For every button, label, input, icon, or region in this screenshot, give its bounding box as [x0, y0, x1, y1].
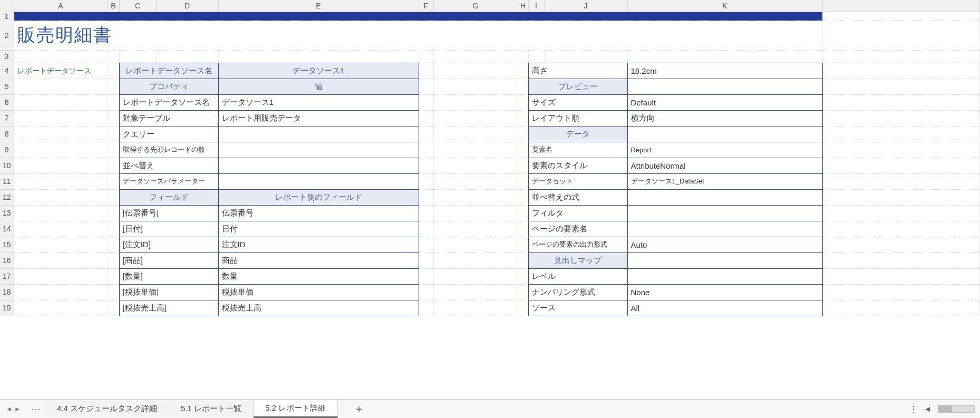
prop-name[interactable]: レベル	[528, 268, 627, 284]
cell[interactable]	[518, 252, 528, 268]
field-value[interactable]: 税抜売上高	[218, 300, 419, 316]
cell[interactable]	[419, 110, 433, 126]
cell[interactable]	[419, 205, 433, 221]
row-header[interactable]: 6	[0, 94, 14, 110]
cell[interactable]	[822, 79, 980, 94]
prop-value[interactable]	[627, 252, 822, 268]
row-header[interactable]: 8	[0, 126, 14, 142]
prop-value[interactable]	[218, 158, 419, 173]
field-name[interactable]: [数量]	[119, 268, 218, 284]
prop-value[interactable]: Default	[627, 94, 822, 110]
cell[interactable]	[518, 142, 528, 158]
cell[interactable]	[822, 205, 980, 221]
row-header[interactable]: 18	[0, 284, 14, 300]
cell[interactable]	[419, 142, 433, 158]
cell[interactable]	[518, 300, 528, 316]
prop-name[interactable]: 並べ替え	[119, 158, 218, 173]
cell[interactable]	[108, 189, 119, 205]
cell[interactable]	[822, 268, 980, 284]
cell[interactable]	[433, 237, 518, 252]
prop-name[interactable]: フィルタ	[528, 205, 627, 221]
cell[interactable]	[108, 268, 119, 284]
cell[interactable]	[518, 50, 528, 63]
cell[interactable]	[518, 126, 528, 142]
cell[interactable]	[108, 94, 119, 110]
prop-value[interactable]	[627, 126, 822, 142]
cell[interactable]	[14, 142, 108, 158]
cell[interactable]	[822, 94, 980, 110]
col-header[interactable]: B	[108, 0, 119, 12]
prop-name[interactable]: ページの要素の出力形式	[528, 237, 627, 252]
cell[interactable]	[518, 94, 528, 110]
cell[interactable]	[14, 158, 108, 173]
prop-value[interactable]: レポート用販売データ	[218, 110, 419, 126]
cell[interactable]	[518, 158, 528, 173]
prop-value[interactable]: 横方向	[627, 110, 822, 126]
cell[interactable]	[14, 237, 108, 252]
field-value[interactable]: 税抜単価	[218, 284, 419, 300]
cell[interactable]	[14, 79, 108, 94]
col-header[interactable]: F	[419, 0, 433, 12]
cell[interactable]	[108, 221, 119, 237]
cell[interactable]	[433, 50, 518, 63]
cell[interactable]	[14, 189, 108, 205]
prop-value[interactable]	[218, 142, 419, 158]
cell[interactable]	[419, 237, 433, 252]
sheet-tab-active[interactable]: 5.2 レポート詳細	[254, 400, 338, 418]
section-header[interactable]: データ	[528, 126, 627, 142]
prop-name[interactable]: 高さ	[528, 63, 627, 79]
field-name[interactable]: [商品]	[119, 252, 218, 268]
prop-value[interactable]: All	[627, 300, 822, 316]
col-header[interactable]: G	[433, 0, 518, 12]
row-header[interactable]: 5	[0, 79, 14, 94]
cell[interactable]	[433, 284, 518, 300]
vertical-dots-icon[interactable]: ⋮	[909, 404, 917, 414]
row-header[interactable]: 16	[0, 252, 14, 268]
cell[interactable]	[528, 50, 544, 63]
cell[interactable]	[544, 50, 627, 63]
prop-value[interactable]	[218, 173, 419, 189]
cell[interactable]	[108, 126, 119, 142]
cell[interactable]	[518, 205, 528, 221]
row-header[interactable]: 2	[0, 21, 14, 50]
prop-value[interactable]: None	[627, 284, 822, 300]
prop-value[interactable]	[218, 126, 419, 142]
col-header[interactable]: K	[627, 0, 822, 12]
cell[interactable]	[822, 63, 980, 79]
prop-name[interactable]: 要素のスタイル	[528, 158, 627, 173]
row-header[interactable]: 1	[0, 12, 14, 21]
cell[interactable]	[433, 79, 518, 94]
cell[interactable]	[419, 63, 433, 79]
row-header[interactable]: 14	[0, 221, 14, 237]
prop-value[interactable]: AttributeNormal	[627, 158, 822, 173]
prop-value[interactable]	[627, 221, 822, 237]
cell[interactable]	[433, 142, 518, 158]
prop-value[interactable]: データソース1	[218, 94, 419, 110]
col-header[interactable]: J	[544, 0, 627, 12]
field-header[interactable]: フィールド	[119, 189, 218, 205]
side-label-cell[interactable]: レポートデータソース	[14, 63, 108, 79]
section-header[interactable]: 見出しマップ	[528, 252, 627, 268]
cell[interactable]	[822, 284, 980, 300]
cell[interactable]	[433, 268, 518, 284]
cell[interactable]	[14, 300, 108, 316]
prop-name[interactable]: 並べ替えの式	[528, 189, 627, 205]
cell[interactable]	[822, 110, 980, 126]
cell[interactable]	[14, 110, 108, 126]
row-header[interactable]: 13	[0, 205, 14, 221]
cell[interactable]	[433, 126, 518, 142]
datasource-name-header[interactable]: レポートデータソース名	[119, 63, 218, 79]
report-field-header[interactable]: レポート側のフィールド	[218, 189, 419, 205]
cell[interactable]	[822, 50, 980, 63]
cell[interactable]	[419, 300, 433, 316]
field-value[interactable]: 注文ID	[218, 237, 419, 252]
cell[interactable]	[14, 268, 108, 284]
prop-value[interactable]	[627, 205, 822, 221]
cell[interactable]	[433, 300, 518, 316]
field-value[interactable]: 数量	[218, 268, 419, 284]
row-header[interactable]: 4	[0, 63, 14, 79]
cell[interactable]	[419, 221, 433, 237]
col-header[interactable]: A	[14, 0, 108, 12]
field-name[interactable]: [税抜売上高]	[119, 300, 218, 316]
cell[interactable]	[14, 284, 108, 300]
